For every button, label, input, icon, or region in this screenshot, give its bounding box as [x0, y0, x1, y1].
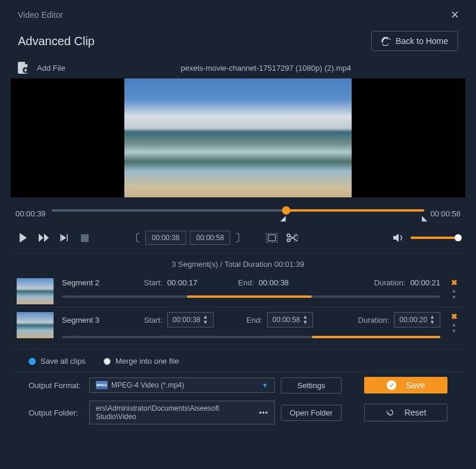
mpeg-icon: MPEG	[96, 381, 108, 389]
play-button[interactable]	[18, 232, 30, 244]
radio-unchecked-icon	[104, 358, 111, 365]
save-button[interactable]: ✓ Save	[364, 377, 447, 394]
browse-icon[interactable]: •••	[259, 408, 268, 417]
close-icon[interactable]: ✕	[446, 6, 464, 24]
set-start-bracket-button[interactable]: 〔	[129, 231, 142, 245]
check-icon: ✓	[387, 380, 396, 390]
total-time: 00:00:58	[430, 209, 461, 218]
segment-name: Segment 3	[62, 316, 139, 325]
radio-checked-icon	[29, 358, 36, 365]
set-end-bracket-button[interactable]: 〕	[234, 231, 247, 245]
back-label: Back to Home	[396, 36, 448, 46]
segment-range-slider[interactable]	[62, 293, 440, 303]
preview-frame	[124, 78, 352, 197]
volume-slider[interactable]	[411, 233, 458, 243]
range-end-marker[interactable]: ◣	[422, 214, 427, 222]
segment-row[interactable]: Segment 2 Start:00:00:17 End:00:00:38 Du…	[11, 273, 465, 307]
range-start-value[interactable]: 00:00:38	[145, 231, 186, 245]
segment-thumbnail	[17, 312, 54, 338]
volume-icon[interactable]	[393, 232, 405, 244]
segment-row[interactable]: Segment 3 Start:00:00:38▲▼ End:00:00:58▲…	[11, 307, 465, 345]
svg-rect-2	[268, 235, 275, 241]
segment-duration: 00:00:21	[410, 278, 440, 287]
output-format-label: Output Format:	[29, 381, 83, 390]
add-file-icon[interactable]	[18, 62, 29, 74]
volume-thumb[interactable]	[455, 234, 462, 241]
window-title: Video Editor	[18, 10, 63, 20]
svg-point-3	[287, 234, 290, 237]
add-file-label[interactable]: Add File	[37, 64, 65, 73]
segment-duration-input[interactable]: 00:00:20▲▼	[394, 312, 440, 328]
back-to-home-button[interactable]: Back to Home	[371, 31, 458, 51]
range-start-marker[interactable]: ◢	[280, 214, 286, 222]
merge-one-file-radio[interactable]: Merge into one file	[104, 357, 179, 366]
save-all-clips-radio[interactable]: Save all clips	[29, 357, 86, 366]
segment-name: Segment 2	[62, 278, 139, 287]
current-time: 00:00:39	[15, 209, 46, 218]
move-down-icon[interactable]: ▼	[452, 329, 457, 333]
reset-icon	[386, 408, 395, 417]
svg-point-4	[287, 239, 290, 242]
open-folder-button[interactable]: Open Folder	[281, 405, 342, 421]
page-title: Advanced Clip	[18, 34, 95, 48]
current-filename: pexels-movie-channet-17517297 (1080p) (2…	[74, 64, 458, 73]
segment-thumbnail	[17, 278, 54, 304]
output-format-select[interactable]: MPEG MPEG-4 Video (*.mp4) ▼	[89, 377, 275, 393]
stop-button[interactable]	[79, 232, 90, 244]
crop-icon[interactable]	[266, 232, 278, 244]
redo-icon	[381, 36, 391, 46]
svg-rect-1	[266, 233, 278, 243]
output-folder-label: Output Folder:	[29, 408, 83, 417]
video-preview[interactable]	[11, 78, 465, 197]
cut-icon[interactable]	[286, 232, 298, 244]
output-folder-field[interactable]: ers\Administrator\Documents\Aiseesoft St…	[89, 401, 275, 424]
segment-summary: 3 Segment(s) / Total Duration 00:01:39	[11, 253, 465, 273]
next-frame-button[interactable]	[58, 232, 70, 244]
segment-end-input[interactable]: 00:00:58▲▼	[267, 312, 314, 328]
settings-button[interactable]: Settings	[281, 377, 342, 394]
timeline-slider[interactable]: ◢ ◣	[52, 204, 425, 222]
segment-range-slider[interactable]	[62, 333, 440, 343]
delete-segment-icon[interactable]: ✖	[451, 279, 458, 287]
segment-start-input[interactable]: 00:00:38▲▼	[167, 312, 214, 328]
chevron-down-icon: ▼	[262, 382, 268, 389]
reset-button[interactable]: Reset	[364, 404, 447, 421]
segment-start: 00:00:17	[167, 278, 198, 287]
move-up-icon[interactable]: ▲	[452, 322, 457, 327]
fast-forward-button[interactable]	[38, 232, 50, 244]
playhead-thumb[interactable]	[282, 206, 290, 215]
range-end-value[interactable]: 00:00:58	[190, 231, 231, 245]
move-up-icon[interactable]: ▲	[452, 288, 457, 293]
delete-segment-icon[interactable]: ✖	[451, 313, 458, 320]
segment-end: 00:00:38	[259, 278, 289, 287]
move-down-icon[interactable]: ▼	[452, 295, 457, 300]
